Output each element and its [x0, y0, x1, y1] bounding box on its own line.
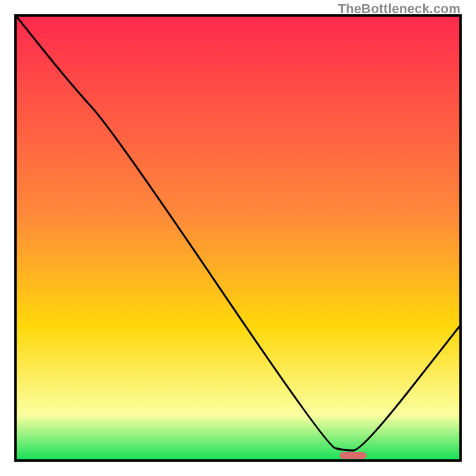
chart-frame [14, 14, 462, 462]
